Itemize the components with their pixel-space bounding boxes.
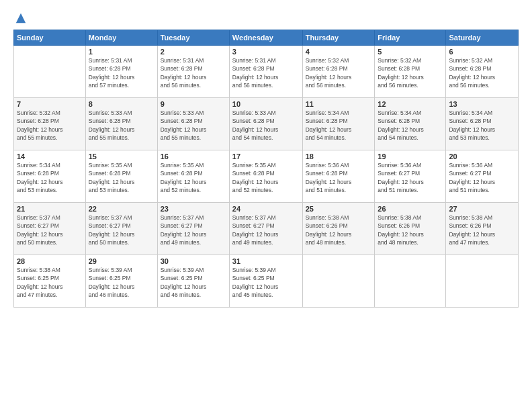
day-number: 15 (89, 152, 154, 161)
calendar-week-4: 21Sunrise: 5:37 AMSunset: 6:27 PMDayligh… (14, 203, 519, 255)
day-number: 17 (232, 152, 300, 161)
day-info: Sunrise: 5:37 AMSunset: 6:27 PMDaylight:… (89, 214, 154, 246)
day-info: Sunrise: 5:31 AMSunset: 6:28 PMDaylight:… (161, 56, 226, 89)
calendar-week-5: 28Sunrise: 5:38 AMSunset: 6:25 PMDayligh… (14, 255, 519, 308)
day-number: 6 (449, 48, 515, 56)
day-info: Sunrise: 5:37 AMSunset: 6:27 PMDaylight:… (17, 214, 83, 246)
calendar-week-1: 1Sunrise: 5:31 AMSunset: 6:28 PMDaylight… (14, 46, 519, 98)
day-info: Sunrise: 5:36 AMSunset: 6:28 PMDaylight:… (306, 161, 372, 194)
day-info: Sunrise: 5:31 AMSunset: 6:28 PMDaylight:… (232, 56, 300, 89)
calendar-cell: 8Sunrise: 5:33 AMSunset: 6:28 PMDaylight… (85, 98, 157, 150)
calendar-cell: 4Sunrise: 5:32 AMSunset: 6:28 PMDaylight… (302, 46, 375, 98)
day-info: Sunrise: 5:34 AMSunset: 6:28 PMDaylight:… (306, 109, 372, 142)
day-number: 29 (89, 257, 154, 265)
day-info: Sunrise: 5:39 AMSunset: 6:25 PMDaylight:… (161, 266, 226, 299)
day-info: Sunrise: 5:34 AMSunset: 6:28 PMDaylight:… (449, 109, 515, 142)
calendar-week-3: 14Sunrise: 5:34 AMSunset: 6:28 PMDayligh… (14, 150, 519, 203)
calendar-cell: 18Sunrise: 5:36 AMSunset: 6:28 PMDayligh… (302, 150, 375, 203)
day-number: 27 (449, 205, 515, 213)
day-number: 16 (161, 152, 226, 161)
calendar-cell: 27Sunrise: 5:38 AMSunset: 6:26 PMDayligh… (446, 203, 519, 255)
day-number: 13 (449, 100, 515, 108)
calendar-cell: 17Sunrise: 5:35 AMSunset: 6:28 PMDayligh… (229, 150, 302, 203)
day-number: 14 (17, 152, 83, 161)
day-header-tuesday: Tuesday (157, 30, 229, 46)
calendar-cell: 30Sunrise: 5:39 AMSunset: 6:25 PMDayligh… (157, 255, 229, 308)
calendar-cell: 11Sunrise: 5:34 AMSunset: 6:28 PMDayligh… (302, 98, 375, 150)
day-number: 26 (378, 205, 443, 213)
calendar-cell: 31Sunrise: 5:39 AMSunset: 6:25 PMDayligh… (229, 255, 302, 308)
day-number: 9 (161, 100, 226, 108)
day-number: 20 (449, 152, 515, 161)
calendar-cell: 19Sunrise: 5:36 AMSunset: 6:27 PMDayligh… (375, 150, 446, 203)
day-number: 8 (89, 100, 154, 108)
day-info: Sunrise: 5:32 AMSunset: 6:28 PMDaylight:… (306, 56, 372, 89)
day-info: Sunrise: 5:33 AMSunset: 6:28 PMDaylight:… (232, 109, 300, 142)
calendar-cell: 23Sunrise: 5:37 AMSunset: 6:27 PMDayligh… (157, 203, 229, 255)
day-number: 28 (17, 257, 83, 265)
day-number: 31 (232, 257, 300, 265)
day-info: Sunrise: 5:38 AMSunset: 6:26 PMDaylight:… (306, 214, 372, 246)
day-info: Sunrise: 5:35 AMSunset: 6:28 PMDaylight:… (161, 161, 226, 194)
day-info: Sunrise: 5:32 AMSunset: 6:28 PMDaylight:… (378, 56, 443, 89)
calendar-cell: 16Sunrise: 5:35 AMSunset: 6:28 PMDayligh… (157, 150, 229, 203)
calendar-cell: 21Sunrise: 5:37 AMSunset: 6:27 PMDayligh… (14, 203, 86, 255)
calendar-cell: 28Sunrise: 5:38 AMSunset: 6:25 PMDayligh… (14, 255, 86, 308)
calendar-cell: 10Sunrise: 5:33 AMSunset: 6:28 PMDayligh… (229, 98, 302, 150)
day-number: 5 (378, 48, 443, 56)
calendar-cell (14, 46, 86, 98)
day-header-friday: Friday (375, 30, 446, 46)
calendar-cell (375, 255, 446, 308)
day-info: Sunrise: 5:36 AMSunset: 6:27 PMDaylight:… (378, 161, 443, 194)
day-number: 25 (306, 205, 372, 213)
calendar-cell: 12Sunrise: 5:34 AMSunset: 6:28 PMDayligh… (375, 98, 446, 150)
day-info: Sunrise: 5:38 AMSunset: 6:25 PMDaylight:… (17, 266, 83, 299)
day-info: Sunrise: 5:36 AMSunset: 6:27 PMDaylight:… (449, 161, 515, 194)
calendar-cell: 29Sunrise: 5:39 AMSunset: 6:25 PMDayligh… (85, 255, 157, 308)
day-number: 3 (232, 48, 300, 56)
logo-icon (15, 12, 27, 24)
calendar-cell: 15Sunrise: 5:35 AMSunset: 6:28 PMDayligh… (85, 150, 157, 203)
calendar-cell: 6Sunrise: 5:32 AMSunset: 6:28 PMDaylight… (446, 46, 519, 98)
day-info: Sunrise: 5:32 AMSunset: 6:28 PMDaylight:… (17, 109, 83, 142)
calendar-week-2: 7Sunrise: 5:32 AMSunset: 6:28 PMDaylight… (14, 98, 519, 150)
calendar-header-row: SundayMondayTuesdayWednesdayThursdayFrid… (14, 30, 519, 46)
header (13, 12, 519, 24)
calendar-cell: 24Sunrise: 5:37 AMSunset: 6:27 PMDayligh… (229, 203, 302, 255)
logo (13, 12, 27, 24)
day-number: 19 (378, 152, 443, 161)
day-number: 4 (306, 48, 372, 56)
calendar-cell: 5Sunrise: 5:32 AMSunset: 6:28 PMDaylight… (375, 46, 446, 98)
calendar-cell: 22Sunrise: 5:37 AMSunset: 6:27 PMDayligh… (85, 203, 157, 255)
calendar-cell: 20Sunrise: 5:36 AMSunset: 6:27 PMDayligh… (446, 150, 519, 203)
day-header-monday: Monday (85, 30, 157, 46)
day-info: Sunrise: 5:38 AMSunset: 6:26 PMDaylight:… (378, 214, 443, 246)
day-info: Sunrise: 5:33 AMSunset: 6:28 PMDaylight:… (89, 109, 154, 142)
day-number: 1 (89, 48, 154, 56)
day-info: Sunrise: 5:34 AMSunset: 6:28 PMDaylight:… (378, 109, 443, 142)
day-info: Sunrise: 5:35 AMSunset: 6:28 PMDaylight:… (89, 161, 154, 194)
day-number: 24 (232, 205, 300, 213)
day-info: Sunrise: 5:31 AMSunset: 6:28 PMDaylight:… (89, 56, 154, 89)
calendar-cell: 9Sunrise: 5:33 AMSunset: 6:28 PMDaylight… (157, 98, 229, 150)
day-info: Sunrise: 5:34 AMSunset: 6:28 PMDaylight:… (17, 161, 83, 194)
day-number: 11 (306, 100, 372, 108)
svg-marker-0 (16, 13, 26, 23)
day-info: Sunrise: 5:39 AMSunset: 6:25 PMDaylight:… (232, 266, 300, 299)
day-info: Sunrise: 5:39 AMSunset: 6:25 PMDaylight:… (89, 266, 154, 299)
calendar-cell (302, 255, 375, 308)
day-info: Sunrise: 5:32 AMSunset: 6:28 PMDaylight:… (449, 56, 515, 89)
day-number: 22 (89, 205, 154, 213)
day-header-saturday: Saturday (446, 30, 519, 46)
calendar-cell: 7Sunrise: 5:32 AMSunset: 6:28 PMDaylight… (14, 98, 86, 150)
day-info: Sunrise: 5:38 AMSunset: 6:26 PMDaylight:… (449, 214, 515, 246)
day-number: 7 (17, 100, 83, 108)
page: SundayMondayTuesdayWednesdayThursdayFrid… (0, 0, 532, 411)
calendar-cell: 2Sunrise: 5:31 AMSunset: 6:28 PMDaylight… (157, 46, 229, 98)
calendar-cell: 3Sunrise: 5:31 AMSunset: 6:28 PMDaylight… (229, 46, 302, 98)
calendar-cell (446, 255, 519, 308)
calendar-cell: 14Sunrise: 5:34 AMSunset: 6:28 PMDayligh… (14, 150, 86, 203)
day-header-sunday: Sunday (14, 30, 86, 46)
calendar-cell: 1Sunrise: 5:31 AMSunset: 6:28 PMDaylight… (85, 46, 157, 98)
day-number: 10 (232, 100, 300, 108)
